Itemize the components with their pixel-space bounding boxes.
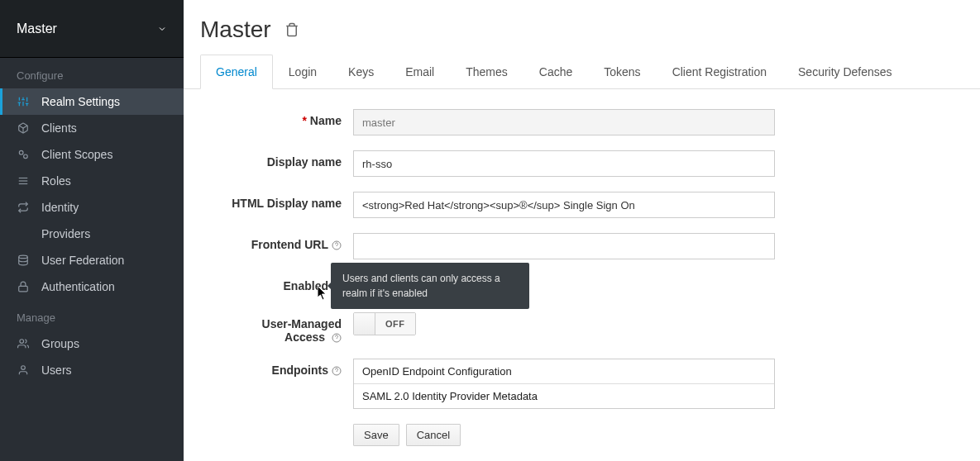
sidebar-item-identity-providers-line2[interactable]: Providers	[0, 221, 184, 247]
tab-cache[interactable]: Cache	[523, 55, 588, 89]
sidebar-item-label: Clients	[41, 121, 77, 135]
sidebar-item-client-scopes[interactable]: Client Scopes	[0, 141, 184, 168]
frontend-url-input[interactable]	[353, 233, 775, 259]
tabs: General Login Keys Email Themes Cache To…	[184, 55, 980, 89]
tab-general[interactable]: General	[200, 55, 273, 89]
cancel-button[interactable]: Cancel	[406, 424, 461, 446]
label-endpoints: Endpoints	[200, 359, 353, 377]
sidebar-item-label: Realm Settings	[41, 95, 120, 108]
sidebar-item-user-federation[interactable]: User Federation	[0, 247, 184, 273]
tab-keys[interactable]: Keys	[332, 55, 390, 89]
cogs-icon	[17, 149, 30, 160]
html-display-name-input[interactable]	[353, 192, 775, 218]
database-icon	[17, 254, 30, 266]
sidebar-section-manage: Manage	[0, 300, 184, 330]
endpoints-list: OpenID Endpoint Configuration SAML 2.0 I…	[353, 359, 775, 409]
user-icon	[17, 364, 30, 376]
svg-rect-16	[19, 286, 28, 291]
sidebar-item-groups[interactable]: Groups	[0, 330, 184, 357]
lock-icon	[17, 281, 30, 292]
trash-icon[interactable]	[284, 22, 299, 37]
label-name: *Name	[200, 109, 353, 127]
sidebar-item-identity-providers[interactable]: Identity	[0, 194, 184, 221]
help-icon[interactable]	[332, 333, 342, 343]
realm-name: Master	[17, 21, 57, 36]
sidebar-item-label: Users	[41, 364, 72, 377]
sliders-icon	[17, 96, 30, 107]
endpoint-openid[interactable]: OpenID Endpoint Configuration	[354, 359, 774, 383]
sidebar-section-configure: Configure	[0, 58, 184, 88]
label-html-display-name: HTML Display name	[200, 192, 353, 210]
svg-point-17	[20, 340, 24, 344]
save-button[interactable]: Save	[353, 424, 399, 446]
name-input	[353, 109, 775, 135]
tab-login[interactable]: Login	[273, 55, 332, 89]
user-managed-access-toggle[interactable]: OFF	[353, 312, 416, 335]
sidebar-item-realm-settings[interactable]: Realm Settings	[0, 88, 184, 115]
toggle-knob	[354, 313, 375, 335]
svg-point-15	[19, 255, 28, 259]
page-header: Master	[184, 8, 980, 51]
endpoint-saml[interactable]: SAML 2.0 Identity Provider Metadata	[354, 383, 774, 408]
svg-point-10	[19, 150, 23, 154]
label-user-managed-access: User-Managed Access	[200, 312, 353, 344]
sidebar-item-authentication[interactable]: Authentication	[0, 273, 184, 300]
sidebar-item-label: Roles	[41, 174, 71, 188]
users-icon	[17, 338, 30, 349]
tab-client-registration[interactable]: Client Registration	[657, 55, 782, 89]
tab-tokens[interactable]: Tokens	[588, 55, 656, 89]
tooltip-enabled: Users and clients can only access a real…	[331, 263, 529, 309]
exchange-icon	[17, 202, 30, 213]
display-name-input[interactable]	[353, 150, 775, 177]
sidebar-item-label: Client Scopes	[41, 148, 112, 161]
svg-point-18	[22, 366, 26, 370]
help-icon[interactable]	[332, 240, 342, 250]
sidebar-item-users[interactable]: Users	[0, 357, 184, 383]
tab-themes[interactable]: Themes	[450, 55, 523, 89]
realm-selector[interactable]: Master	[0, 0, 184, 58]
sidebar-item-label: User Federation	[41, 254, 124, 267]
tab-email[interactable]: Email	[390, 55, 450, 89]
sidebar-item-label: Identity	[41, 201, 79, 214]
sidebar-item-label: Authentication	[41, 280, 115, 293]
realm-general-form: *Name Display name HTML Display name Fro…	[184, 89, 980, 461]
tab-security-defenses[interactable]: Security Defenses	[782, 55, 908, 89]
chevron-down-icon	[157, 24, 167, 34]
list-icon	[17, 175, 30, 187]
sidebar-item-label: Groups	[41, 337, 79, 350]
sidebar-item-clients[interactable]: Clients	[0, 115, 184, 141]
sidebar-item-roles[interactable]: Roles	[0, 168, 184, 194]
cube-icon	[17, 122, 30, 134]
label-display-name: Display name	[200, 150, 353, 169]
main-content: Master General Login Keys Email Themes C…	[184, 0, 980, 461]
toggle-state: OFF	[375, 313, 415, 335]
sidebar: Master Configure Realm Settings Clients …	[0, 0, 184, 461]
help-icon[interactable]	[332, 366, 342, 376]
label-frontend-url: Frontend URL	[200, 233, 353, 251]
svg-point-11	[24, 154, 28, 159]
page-title: Master	[200, 17, 271, 43]
